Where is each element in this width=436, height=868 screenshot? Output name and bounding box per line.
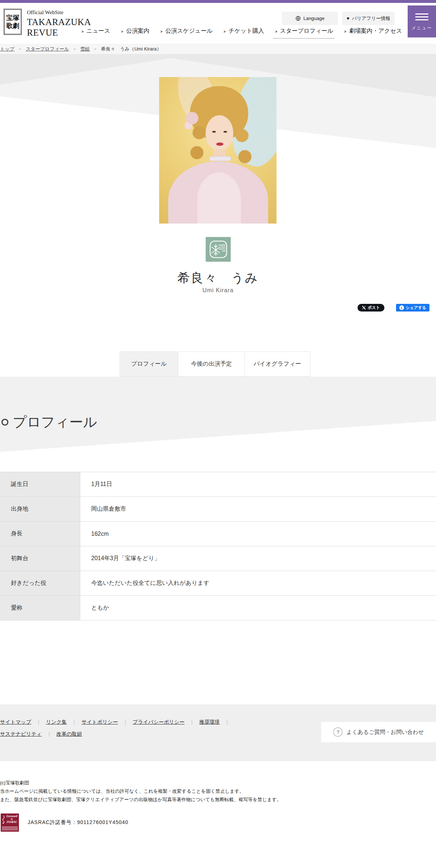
- jasrac-row: Licensed by JASRAC JASRAC許諾番号：9011276001…: [1, 813, 128, 832]
- chevron-right-icon: ＞: [160, 29, 163, 34]
- tab-biography[interactable]: バイオグラフィー: [245, 351, 310, 377]
- menu-button[interactable]: メニュー: [408, 5, 436, 37]
- table-row: 好きだった役 今迄いただいた役全てに思い入れがあります: [0, 571, 436, 596]
- breadcrumb-link-top[interactable]: トップ: [0, 46, 15, 52]
- main-nav: ＞ ニュース ＞ 公演案内 ＞ 公演スケジュール ＞ チケット購入 ＞ スタープ…: [81, 27, 402, 39]
- photo-lips: [216, 142, 223, 146]
- photo-choker: [209, 156, 231, 161]
- nav-item-star-profile[interactable]: ＞ スタープロフィール: [274, 27, 334, 39]
- footer-separator: ｜: [225, 719, 229, 726]
- profile-section: プロフィール 誕生日 1月11日 出身地 岡山県倉敷市 身長 162cm 初舞台…: [0, 377, 436, 704]
- row-value: 今迄いただいた役全てに思い入れがあります: [80, 571, 436, 595]
- takarazuka-seal-logo: 宝塚 歌劇: [4, 9, 22, 35]
- nav-item-performances[interactable]: ＞ 公演案内: [120, 27, 149, 39]
- star-photo: [159, 77, 276, 224]
- row-label: 愛称: [0, 596, 80, 620]
- footer-separator: ｜: [72, 719, 77, 726]
- jasrac-number: JASRAC許諾番号：9011276001Y45040: [28, 819, 128, 826]
- chevron-right-icon: ＞: [223, 29, 226, 34]
- nav-item-label: 劇場案内・アクセス: [349, 27, 402, 35]
- row-value: 2014年3月「宝塚をどり」: [80, 546, 436, 571]
- nav-item-access[interactable]: ＞ 劇場案内・アクセス: [343, 27, 402, 39]
- official-website-label: Official WebSite: [27, 9, 91, 16]
- x-icon: [362, 306, 366, 310]
- table-row: 初舞台 2014年3月「宝塚をどり」: [0, 546, 436, 571]
- photo-dress-highlight: [197, 172, 241, 224]
- footer-separator: ｜: [47, 731, 52, 738]
- brand-line1: TAKARAZUKA: [27, 17, 91, 27]
- jasrac-badge-text: Licensed by JASRAC: [6, 815, 18, 824]
- facebook-share-label: シェアする: [406, 305, 426, 310]
- breadcrumb-current: 希良々 うみ（Umi Kirara）: [101, 46, 161, 52]
- page: 宝塚 歌劇 Official WebSite TAKARAZUKA REVUE …: [0, 0, 436, 868]
- profile-tabs: プロフィール 今後の出演予定 バイオグラフィー: [120, 351, 310, 377]
- heart-icon: ♥: [347, 16, 350, 21]
- footer-link-privacy-policy[interactable]: プライバシーポリシー: [133, 719, 185, 726]
- footer-separator: ｜: [36, 719, 41, 726]
- language-button[interactable]: Language: [282, 12, 338, 25]
- photo-eyes: [212, 131, 216, 133]
- nav-item-schedule[interactable]: ＞ 公演スケジュール: [160, 27, 213, 39]
- nav-item-label: チケット購入: [229, 27, 264, 35]
- tab-label: バイオグラフィー: [254, 360, 301, 368]
- footer-link-links[interactable]: リンク集: [46, 719, 67, 726]
- top-accent-bar: [0, 0, 436, 3]
- breadcrumb: トップ ＞ スタープロフィール ＞ 雪組 ＞ 希良々 うみ（Umi Kirara…: [0, 44, 436, 55]
- nav-item-news[interactable]: ＞ ニュース: [81, 27, 110, 39]
- question-icon: ?: [333, 727, 343, 737]
- share-buttons: ポスト f シェアする: [358, 304, 429, 312]
- breadcrumb-link-star-profile[interactable]: スタープロフィール: [26, 46, 69, 52]
- table-row: 出身地 岡山県倉敷市: [0, 497, 436, 522]
- footer-link-sitemap[interactable]: サイトマップ: [0, 719, 31, 726]
- table-row: 身長 162cm: [0, 522, 436, 546]
- star-name-romaji: Umi Kirara: [0, 287, 436, 294]
- table-row: 誕生日 1月11日: [0, 472, 436, 497]
- barrier-free-label: バリアフリー情報: [352, 15, 391, 22]
- breadcrumb-link-snow-troupe[interactable]: 雪組: [80, 46, 90, 52]
- copyright-line: 当ホームページに掲載している情報については、当社の許可なく、これを複製・改変する…: [0, 787, 282, 795]
- chevron-right-icon: ＞: [81, 29, 84, 34]
- copyright-block: (c)宝塚歌劇団 当ホームページに掲載している情報については、当社の許可なく、こ…: [0, 779, 282, 804]
- nav-item-label: 公演スケジュール: [165, 27, 213, 35]
- jasrac-badge-line: Licensed: [7, 815, 17, 818]
- footer-link-site-policy[interactable]: サイトポリシー: [81, 719, 118, 726]
- profile-table: 誕生日 1月11日 出身地 岡山県倉敷市 身長 162cm 初舞台 2014年3…: [0, 472, 436, 620]
- hamburger-icon: [415, 12, 428, 22]
- header-utility-buttons: Language ♥ バリアフリー情報: [282, 12, 395, 25]
- x-post-label: ポスト: [368, 305, 380, 310]
- facebook-share-button[interactable]: f シェアする: [396, 304, 429, 312]
- tab-label: 今後の出演予定: [191, 360, 232, 368]
- faq-label: よくあるご質問・お問い合わせ: [346, 729, 424, 736]
- row-value: 1月11日: [80, 472, 436, 497]
- tab-profile[interactable]: プロフィール: [120, 351, 178, 377]
- footer-link-sustainability[interactable]: サステナビリティ: [0, 731, 42, 738]
- jasrac-badge: Licensed by JASRAC: [1, 813, 19, 832]
- row-label: 身長: [0, 522, 80, 546]
- footer-separator: ｜: [190, 719, 194, 726]
- copyright-line: (c)宝塚歌劇団: [0, 779, 282, 787]
- footer-link-reform[interactable]: 改革の取組: [56, 731, 82, 738]
- row-value: ともか: [80, 596, 436, 620]
- star-name: 希良々 うみ: [0, 270, 436, 286]
- section-title-text: プロフィール: [13, 413, 97, 431]
- tab-upcoming-performances[interactable]: 今後の出演予定: [178, 351, 245, 377]
- nav-item-label: スタープロフィール: [280, 27, 334, 35]
- star-hero-section: 希良々 うみ Umi Kirara ポスト f シェアする プロフィール 今後の…: [0, 55, 436, 377]
- breadcrumb-separator: ＞: [18, 46, 22, 52]
- barrier-free-button[interactable]: ♥ バリアフリー情報: [342, 12, 395, 25]
- globe-icon: [295, 16, 301, 21]
- nav-item-label: 公演案内: [126, 27, 149, 35]
- photo-hair-flower: [186, 112, 198, 124]
- nav-item-label: ニュース: [86, 27, 110, 35]
- section-title: プロフィール: [1, 413, 97, 431]
- tab-label: プロフィール: [131, 360, 167, 368]
- nav-item-tickets[interactable]: ＞ チケット購入: [223, 27, 264, 39]
- faq-contact-button[interactable]: ? よくあるご質問・お問い合わせ: [321, 722, 436, 742]
- photo-hair-curls: [193, 126, 206, 139]
- x-post-button[interactable]: ポスト: [358, 304, 384, 312]
- circle-bullet-icon: [1, 419, 8, 426]
- chevron-right-icon: ＞: [121, 29, 124, 34]
- copyright-line: また、阪急電鉄並びに宝塚歌劇団、宝塚クリエイティブアーツの出版物ほか写真等著作物…: [0, 795, 282, 804]
- site-logo[interactable]: 宝塚 歌劇 Official WebSite TAKARAZUKA REVUE: [4, 9, 91, 38]
- footer-link-recommended-env[interactable]: 推奨環境: [199, 719, 219, 726]
